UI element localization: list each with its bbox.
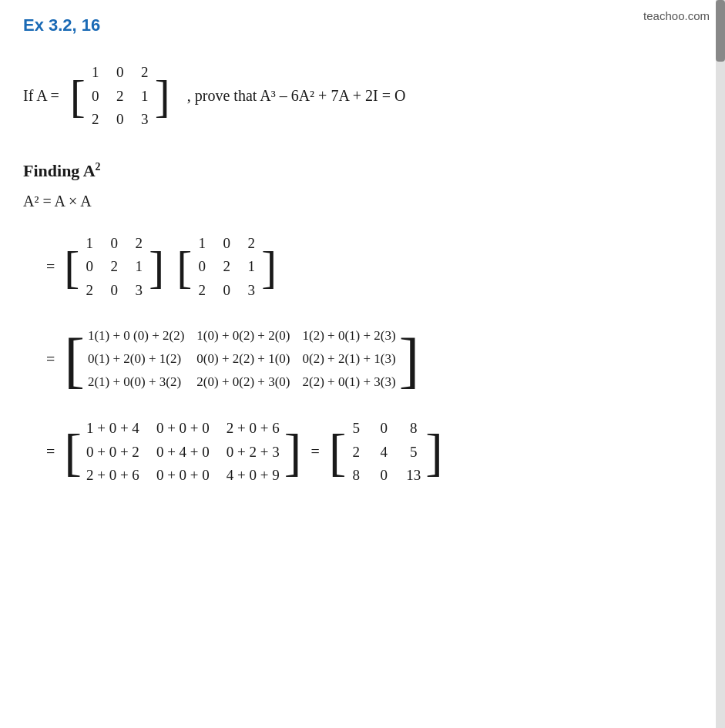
a2-equals-line: A² = A × A bbox=[23, 193, 702, 210]
equals-sign-4: = bbox=[310, 443, 319, 461]
matrix-cell: 1 bbox=[246, 256, 257, 278]
scrollbar[interactable] bbox=[716, 0, 725, 728]
section-title: Ex 3.2, 16 bbox=[23, 15, 702, 35]
bracket-left: [ bbox=[64, 244, 79, 290]
matrix-cell: 1 bbox=[133, 256, 144, 278]
equals-sign: = bbox=[46, 258, 55, 276]
problem-statement: If A = [ 1 0 2 0 2 1 2 0 3 ] , prove tha… bbox=[23, 59, 702, 134]
matrix-cell: 2 bbox=[109, 256, 119, 278]
simp-cell: 0 + 4 + 0 bbox=[156, 441, 210, 464]
equals-sign-2: = bbox=[46, 351, 55, 368]
exp-cell: 1(0) + 0(2) + 2(0) bbox=[196, 325, 290, 347]
finding-a2-heading: Finding A2 bbox=[23, 161, 702, 181]
equals-sign-3: = bbox=[46, 443, 55, 461]
matrix-cell: 2 bbox=[246, 233, 257, 255]
prove-text: , prove that A³ – 6A² + 7A + 2I = O bbox=[187, 87, 406, 105]
matrix-right-grid: 1 0 2 0 2 1 2 0 3 bbox=[192, 230, 261, 305]
bracket-left: [ bbox=[329, 426, 347, 478]
expansion-matrix: [ 1(1) + 0 (0) + 2(2) 1(0) + 0(2) + 2(0)… bbox=[64, 324, 419, 395]
simp-cell: 2 + 0 + 6 bbox=[86, 465, 139, 487]
simp-cell: 0 + 2 + 3 bbox=[227, 441, 280, 464]
bracket-right: ] bbox=[261, 244, 277, 290]
bracket-right: ] bbox=[149, 244, 164, 290]
matrix-a-right: [ 1 0 2 0 2 1 2 0 3 ] bbox=[176, 230, 277, 305]
result-cell: 4 bbox=[378, 441, 389, 464]
result-grid: 5 0 8 2 4 5 8 0 13 bbox=[346, 414, 425, 490]
bracket-right: ] bbox=[425, 426, 443, 478]
matrix-cell: 0 bbox=[90, 86, 101, 108]
simp-cell: 4 + 0 + 9 bbox=[227, 465, 280, 487]
scrollbar-thumb[interactable] bbox=[716, 0, 725, 62]
exp-cell: 0(0) + 2(2) + 1(0) bbox=[196, 348, 290, 371]
simplified-grid: 1 + 0 + 4 0 + 0 + 0 2 + 0 + 6 0 + 0 + 2 … bbox=[82, 414, 284, 490]
exp-cell: 2(0) + 0(2) + 3(0) bbox=[196, 371, 290, 394]
matrix-cell: 0 bbox=[221, 280, 232, 302]
exp-cell: 0(2) + 2(1) + 1(3) bbox=[302, 348, 395, 371]
matrix-cell: 2 bbox=[221, 256, 232, 278]
bracket-left: [ bbox=[176, 244, 192, 290]
watermark: teachoo.com bbox=[643, 9, 710, 22]
matrix-cell: 2 bbox=[90, 109, 101, 131]
result-cell: 8 bbox=[406, 418, 421, 440]
result-cell: 5 bbox=[351, 418, 361, 440]
matrix-cell: 2 bbox=[84, 280, 95, 302]
matrix-cell: 1 bbox=[84, 233, 95, 255]
bracket-right: ] bbox=[155, 73, 170, 119]
matrix-cell: 0 bbox=[109, 233, 119, 255]
result-cell: 0 bbox=[378, 418, 389, 440]
matrix-cell: 0 bbox=[84, 256, 95, 278]
matrix-left-grid: 1 0 2 0 2 1 2 0 3 bbox=[79, 230, 149, 305]
result-cell: 0 bbox=[378, 465, 389, 487]
result-cell: 2 bbox=[351, 441, 361, 464]
expansion-row: = [ 1(1) + 0 (0) + 2(2) 1(0) + 0(2) + 2(… bbox=[46, 324, 702, 395]
simp-cell: 2 + 0 + 6 bbox=[227, 418, 280, 440]
matrix-cell: 3 bbox=[139, 109, 150, 131]
if-a-text: If A = bbox=[23, 87, 59, 105]
simp-cell: 0 + 0 + 0 bbox=[156, 418, 210, 440]
matrix-mult-row: = [ 1 0 2 0 2 1 2 0 3 ] [ 1 0 2 0 2 1 2 … bbox=[46, 230, 702, 305]
matrix-cell: 0 bbox=[196, 256, 207, 278]
matrix-cell: 0 bbox=[109, 280, 119, 302]
matrix-cell: 1 bbox=[90, 62, 101, 84]
exp-cell: 0(1) + 2(0) + 1(2) bbox=[88, 348, 184, 371]
simp-cell: 0 + 0 + 0 bbox=[156, 465, 210, 487]
expansion-grid: 1(1) + 0 (0) + 2(2) 1(0) + 0(2) + 2(0) 1… bbox=[85, 324, 399, 395]
exp-cell: 2(1) + 0(0) + 3(2) bbox=[88, 371, 184, 394]
matrix-a: [ 1 0 2 0 2 1 2 0 3 ] bbox=[70, 59, 170, 134]
matrix-cell: 3 bbox=[246, 280, 257, 302]
matrix-cell: 2 bbox=[139, 62, 150, 84]
matrix-cell: 2 bbox=[115, 86, 126, 108]
matrix-a-grid: 1 0 2 0 2 1 2 0 3 bbox=[86, 59, 155, 134]
simplified-matrix: [ 1 + 0 + 4 0 + 0 + 0 2 + 0 + 6 0 + 0 + … bbox=[64, 414, 301, 490]
exp-cell: 1(1) + 0 (0) + 2(2) bbox=[88, 325, 184, 347]
matrix-cell: 1 bbox=[139, 86, 150, 108]
simplified-row: = [ 1 + 0 + 4 0 + 0 + 0 2 + 0 + 6 0 + 0 … bbox=[46, 414, 702, 490]
bracket-right-lg: ] bbox=[399, 329, 420, 391]
matrix-cell: 1 bbox=[196, 233, 207, 255]
exp-cell: 1(2) + 0(1) + 2(3) bbox=[302, 325, 395, 347]
matrix-cell: 3 bbox=[133, 280, 144, 302]
matrix-a-left: [ 1 0 2 0 2 1 2 0 3 ] bbox=[64, 230, 164, 305]
matrix-cell: 2 bbox=[133, 233, 144, 255]
result-cell: 5 bbox=[406, 441, 421, 464]
simp-cell: 0 + 0 + 2 bbox=[86, 441, 139, 464]
exp-cell: 2(2) + 0(1) + 3(3) bbox=[302, 371, 395, 394]
bracket-left-lg: [ bbox=[64, 329, 85, 391]
bracket-right: ] bbox=[284, 426, 302, 478]
result-cell: 8 bbox=[351, 465, 361, 487]
simp-cell: 1 + 0 + 4 bbox=[86, 418, 139, 440]
result-matrix: [ 5 0 8 2 4 5 8 0 13 ] bbox=[329, 414, 443, 490]
matrix-cell: 2 bbox=[196, 280, 207, 302]
result-cell: 13 bbox=[406, 465, 421, 487]
matrix-cell: 0 bbox=[221, 233, 232, 255]
matrix-cell: 0 bbox=[115, 62, 126, 84]
matrix-cell: 0 bbox=[115, 109, 126, 131]
bracket-left: [ bbox=[64, 426, 82, 478]
bracket-left: [ bbox=[70, 73, 86, 119]
